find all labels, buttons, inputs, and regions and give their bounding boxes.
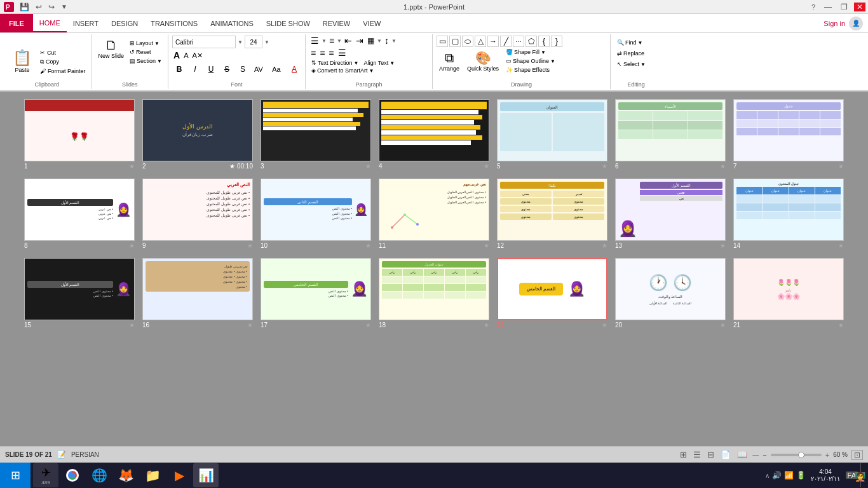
shape4-btn[interactable]: } [551,36,562,47]
slide-sorter-btn[interactable]: ⊟ [706,450,715,459]
slide-item-5[interactable]: العنوان 5 ★ [497,99,607,170]
align-right-btn[interactable]: ≡ [327,48,335,58]
font-color-btn[interactable]: A [287,62,301,76]
columns-btn[interactable]: ▦ [366,36,376,45]
zoom-out-btn[interactable]: − [763,451,766,459]
replace-btn[interactable]: ⇄ Replace [614,49,658,58]
align-center-btn[interactable]: ≡ [318,48,326,58]
minimize-btn[interactable]: — [822,3,834,11]
review-tab[interactable]: REVIEW [316,14,356,32]
taskbar-ie[interactable]: 🌐 [86,463,112,487]
close-btn[interactable]: ✕ [854,3,865,11]
arrow-btn[interactable]: → [487,36,499,47]
text-direction-btn[interactable]: ⇅Text Direction▼ [309,60,360,66]
slide-item-2[interactable]: الدرس الأول ضرب، زبان قرآن 2 ★ 00:10 [142,99,253,170]
taskbar-firefox[interactable]: 🦊 [113,463,139,487]
undo-quick-btn[interactable]: ↩ [34,3,44,11]
shape-fill-btn[interactable]: 🪣 Shape Fill ▼ [504,48,557,56]
slide-item-10[interactable]: 🧕 القسم الثاني • محتوى النص • محتوى النص… [261,179,371,249]
line-btn[interactable]: ╱ [500,36,512,47]
underline-btn[interactable]: U [204,62,218,76]
quick-styles-btn[interactable]: 🎨 Quick Styles [465,49,501,73]
text-shadow-btn[interactable]: S [236,62,250,76]
bullets-btn[interactable]: ☰ [309,36,320,46]
paste-btn[interactable]: 📋 Paste [6,36,38,88]
home-tab[interactable]: HOME [33,14,67,32]
slide-item-17[interactable]: 🧕 القسم الخامس • محتوى النص • محتوى النص… [261,258,371,329]
arrange-btn[interactable]: ⧉ Arrange [437,50,462,73]
copy-btn[interactable]: ⧉ Copy [38,58,88,66]
strikethrough-btn[interactable]: S [220,62,234,76]
section-btn[interactable]: ▤ Section▼ [128,57,164,65]
slide-item-12[interactable]: نكتة! تعبير معنى محتوى محتوى محتوى محتوى… [497,179,607,249]
slide-item-15[interactable]: 🧕 القسم الأول • محتوى النص • محتوى النص … [24,258,135,329]
increase-indent-btn[interactable]: ⇥ [355,36,365,46]
shape-effects-btn[interactable]: ✨ Shape Effects [504,66,557,74]
line-spacing-btn[interactable]: ↕ [383,36,390,46]
shape-outline-btn[interactable]: ▭ Shape Outline ▼ [504,57,557,65]
animations-tab[interactable]: ANIMATIONS [204,14,260,32]
reset-btn[interactable]: ↺ Reset [128,48,164,56]
layout-btn[interactable]: ⊞ Layout▼ [128,39,164,47]
align-text-btn[interactable]: Align Text▼ [362,60,397,66]
shape2-btn[interactable]: ⬠ [526,36,537,47]
cut-btn[interactable]: ✂ Cut [38,49,88,57]
slide-item-7[interactable]: جدول [733,99,844,170]
decrease-indent-btn[interactable]: ⇤ [343,36,353,46]
view-tab[interactable]: VIEW [356,14,387,32]
slide-item-18[interactable]: عنوان الجدول رأس رأس رأس رأس رأس [379,258,489,329]
taskbar-telegram[interactable]: ✈ 489 [33,463,58,487]
customize-quick-btn[interactable]: ▼ [59,3,69,10]
slide-item-9[interactable]: النص العربي • نص عربي طويل للمحتوى • نص … [142,179,253,249]
char-spacing-btn[interactable]: AV [252,62,266,76]
shapes-more-btn[interactable]: ⋯ [513,36,524,47]
bold-btn[interactable]: B [172,62,186,76]
slide-item-4[interactable]: 4 ★ [379,99,489,170]
sign-in-btn[interactable]: Sign in [824,20,845,27]
slide-item-13[interactable]: القسم الأول ▶ نص نص 🧕 13 ★ [615,179,726,249]
numbering-btn[interactable]: ≡ [328,36,336,46]
slide-item-21[interactable]: 🌷🌷🌷 باهو 🌸🌸🌸 21 ★ [733,258,844,329]
taskbar-chrome[interactable] [60,463,85,487]
network-icon[interactable]: 📶 [784,471,794,480]
help-btn[interactable]: ? [809,3,818,11]
outline-view-btn[interactable]: ☰ [692,450,702,459]
restore-btn[interactable]: ❐ [838,3,850,11]
start-btn[interactable]: ⊞ [0,463,31,488]
system-tray-up-arrow[interactable]: ∧ [765,472,770,479]
speaker-icon[interactable]: 🔊 [772,471,782,480]
zoom-in-btn[interactable]: + [825,451,829,459]
select-btn[interactable]: ↖ Select ▼ [614,60,658,69]
taskbar-files[interactable]: 📁 [140,463,165,487]
align-left-btn[interactable]: ≡ [309,48,317,58]
slide-item-16[interactable]: نص تمريني طويل • محتوى • محتوى • محتوى •… [142,258,253,329]
redo-quick-btn[interactable]: ↪ [46,3,57,11]
save-quick-btn[interactable]: 💾 [18,3,31,11]
font-size-input[interactable] [245,36,262,48]
fit-slide-btn[interactable]: ⊡ [851,450,863,460]
slide-item-19[interactable]: 🧕 القسم الخامس 19 ★ [497,258,607,329]
taskbar-powerpoint[interactable]: 📊 [193,463,219,487]
shape3-btn[interactable]: { [538,36,550,47]
slide-item-20[interactable]: 🕐 🕓 الساعة والوقت الساعة الأولى الساعة ا… [615,258,726,329]
slide-item-11[interactable]: نص عربي مهم • محتوى النص العربي الطويل •… [379,179,489,249]
new-slide-btn[interactable]: 🗋 New Slide [96,37,127,60]
zoom-slider[interactable] [771,454,822,456]
slide-item-3[interactable]: 3 ★ [261,99,371,170]
find-btn[interactable]: 🔍 Find ▼ [614,38,658,47]
clear-formatting-btn[interactable]: A✕ [191,51,203,60]
notes-btn[interactable]: 📝 [57,451,66,459]
decrease-font-btn[interactable]: A [182,51,189,59]
notes-view-btn[interactable]: 📄 [719,450,732,459]
font-name-input[interactable] [172,36,236,48]
file-menu-btn[interactable]: FILE [0,14,33,32]
rounded-rect-btn[interactable]: ▢ [449,36,461,47]
slide-show-tab[interactable]: SLIDE SHOW [260,14,316,32]
insert-tab[interactable]: INSERT [67,14,105,32]
design-tab[interactable]: DESIGN [105,14,144,32]
slide-item-14[interactable]: جدول المحتوى عنوان عنوان عنوان عنوان [733,179,844,249]
italic-btn[interactable]: I [188,62,202,76]
slide-item-1[interactable]: 🌹🌹 1 ★ [24,99,135,170]
slide-item-6[interactable]: الأسماء 6 ★ [615,99,726,170]
justify-btn[interactable]: ☰ [337,48,348,58]
